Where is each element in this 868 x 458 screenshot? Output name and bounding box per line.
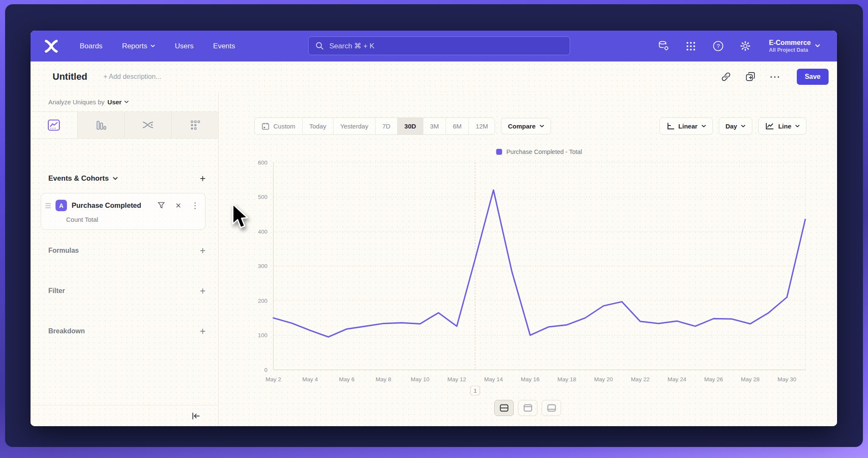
chart-area: CustomTodayYesterday7D30D3M6M12M Compare… [219, 92, 837, 426]
section-label: Filter [48, 287, 65, 295]
svg-text:May 16: May 16 [521, 376, 540, 383]
copy-link-icon[interactable] [721, 71, 732, 82]
chart-type-tabs [31, 112, 218, 139]
analyze-by-row: Analyze Uniques by User [31, 92, 218, 112]
layout-panel-top-button[interactable] [518, 400, 537, 416]
svg-text:May 18: May 18 [557, 376, 576, 383]
add-formulas-button[interactable]: + [200, 248, 206, 254]
chevron-down-icon [815, 44, 820, 47]
project-name: E-Commerce [769, 39, 811, 47]
settings-gear-icon[interactable] [739, 40, 751, 52]
svg-text:600: 600 [258, 159, 267, 166]
svg-text:May 2: May 2 [266, 376, 281, 383]
svg-text:0: 0 [264, 367, 267, 373]
add-description[interactable]: + Add description... [103, 73, 161, 81]
event-card[interactable]: A Purchase Completed × ⋮ Count Total [41, 193, 206, 230]
svg-text:May 26: May 26 [704, 376, 723, 383]
svg-text:100: 100 [258, 332, 267, 338]
layout-toggle-group [494, 400, 561, 416]
filter-funnel-icon[interactable] [157, 201, 165, 209]
analyze-by-selector[interactable]: User [108, 98, 129, 106]
svg-text:1: 1 [473, 388, 476, 394]
save-button[interactable]: Save [797, 69, 829, 85]
mixpanel-logo-icon[interactable] [43, 38, 59, 54]
sidebar-footer [31, 405, 218, 426]
events-cohorts-header: Events & Cohorts + [48, 174, 206, 183]
add-event-button[interactable]: + [200, 176, 206, 182]
nav-right: ? E-Commerce All Project Data [658, 31, 820, 61]
app-window: BoardsReportsUsersEvents Search ⌘ + K [31, 31, 837, 426]
sidebar-section-filter: Filter+ [48, 287, 206, 295]
data-management-icon[interactable] [658, 40, 670, 52]
report-title[interactable]: Untitled [53, 71, 87, 82]
collapse-sidebar-icon[interactable] [191, 412, 200, 420]
svg-text:May 12: May 12 [448, 376, 466, 383]
flows-icon [142, 120, 154, 131]
section-label: Breakdown [48, 327, 85, 335]
search-input[interactable]: Search ⌘ + K [308, 36, 570, 55]
remove-event-icon[interactable]: × [175, 202, 181, 209]
project-subtitle: All Project Data [769, 47, 811, 53]
layout-split-middle-button[interactable] [494, 400, 514, 416]
tab-flows[interactable] [124, 112, 171, 138]
svg-text:May 6: May 6 [339, 376, 355, 383]
drag-handle-icon[interactable] [45, 203, 51, 208]
events-cohorts-label[interactable]: Events & Cohorts [48, 174, 109, 183]
apps-grid-icon[interactable] [685, 40, 697, 52]
event-name[interactable]: Purchase Completed [72, 201, 141, 209]
svg-text:300: 300 [258, 263, 267, 269]
sidebar-section-breakdown: Breakdown+ [48, 327, 206, 335]
layout-split-middle-icon [500, 404, 509, 412]
layout-panel-bottom-button[interactable] [542, 400, 561, 416]
chevron-down-icon [124, 101, 129, 103]
add-filter-button[interactable]: + [200, 288, 206, 294]
search-placeholder: Search ⌘ + K [329, 42, 374, 50]
report-header: Untitled + Add description... ⋯ Save [31, 61, 837, 92]
line-chart: 0100200300400500600May 2May 4May 6May 8M… [219, 92, 837, 426]
chevron-down-icon [150, 45, 155, 47]
tab-retention[interactable] [171, 112, 218, 138]
layout-panel-top-icon [523, 404, 532, 412]
project-switcher[interactable]: E-Commerce All Project Data [769, 39, 820, 53]
svg-text:May 30: May 30 [778, 376, 796, 383]
svg-text:May 8: May 8 [376, 376, 391, 383]
layout-panel-bottom-icon [547, 404, 556, 412]
retention-dots-icon [189, 119, 201, 131]
svg-text:400: 400 [258, 229, 267, 235]
chevron-down-icon [113, 177, 118, 180]
svg-text:200: 200 [258, 298, 267, 304]
svg-text:May 14: May 14 [484, 376, 503, 383]
svg-text:May 4: May 4 [302, 376, 318, 383]
top-nav: BoardsReportsUsersEvents Search ⌘ + K [31, 31, 837, 61]
query-sidebar: Analyze Uniques by User [31, 92, 219, 426]
svg-text:?: ? [717, 43, 720, 49]
nav-item-users[interactable]: Users [175, 42, 193, 50]
event-letter-badge: A [56, 200, 67, 211]
duplicate-icon[interactable] [745, 71, 756, 82]
search-icon [315, 42, 324, 50]
svg-text:May 28: May 28 [741, 376, 760, 383]
tab-bar-chart[interactable] [77, 112, 124, 138]
more-menu-icon[interactable]: ⋯ [770, 71, 781, 82]
event-options-icon[interactable]: ⋮ [191, 201, 199, 210]
analyze-by-label: Analyze Uniques by [48, 98, 105, 106]
svg-text:May 24: May 24 [668, 376, 687, 383]
svg-text:May 10: May 10 [411, 376, 429, 383]
nav-item-boards[interactable]: Boards [80, 42, 103, 50]
sidebar-section-formulas: Formulas+ [48, 247, 206, 254]
sidebar-sections: Formulas+Filter+Breakdown+ [31, 247, 218, 335]
bar-chart-icon [95, 119, 107, 131]
event-metric[interactable]: Count Total [66, 216, 199, 223]
add-breakdown-button[interactable]: + [200, 328, 206, 334]
insights-line-chart-icon [47, 119, 60, 131]
nav-menu: BoardsReportsUsersEvents [80, 42, 235, 50]
tab-insights-line-chart[interactable] [31, 112, 77, 138]
svg-text:May 22: May 22 [631, 376, 649, 383]
section-label: Formulas [48, 247, 79, 254]
nav-item-reports[interactable]: Reports [122, 42, 156, 50]
help-icon[interactable]: ? [712, 40, 724, 52]
svg-text:May 20: May 20 [594, 376, 613, 383]
svg-text:500: 500 [258, 194, 267, 200]
nav-item-events[interactable]: Events [213, 42, 235, 50]
